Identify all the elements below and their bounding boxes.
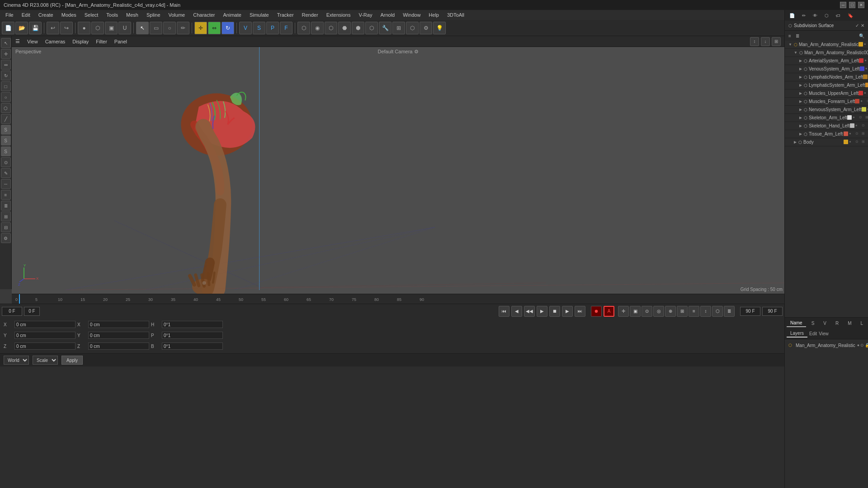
tree-collapse-all[interactable]: ≡ — [787, 33, 793, 38]
menu-render[interactable]: Render — [298, 11, 322, 19]
toolbar-points[interactable]: ● — [78, 22, 90, 34]
layer-lock-main[interactable]: 🔒 — [865, 343, 868, 347]
apply-button[interactable]: Apply — [61, 356, 83, 365]
tree-vis-root[interactable]: ● — [864, 42, 868, 47]
viewport-canvas[interactable]: Perspective Default Camera ⚙ Grid Spacin… — [12, 47, 784, 294]
toolbar-new[interactable]: 📄 — [2, 22, 14, 34]
panel-tab-tags[interactable]: 🏷 — [833, 12, 843, 19]
menu-character[interactable]: Character — [189, 11, 218, 19]
layers-tab-s[interactable]: S — [808, 320, 818, 327]
ctrl10[interactable]: ≣ — [724, 306, 735, 317]
coord-h-input[interactable] — [162, 321, 223, 328]
menu-vray[interactable]: V-Ray — [355, 11, 376, 19]
toolbar-select-rect[interactable]: ▭ — [150, 22, 162, 34]
tree-item-venous[interactable]: ▶ ⬡ VenousSystem_Arm_Left ●⊙⊞ — [785, 65, 868, 73]
toolbar-icon4[interactable]: ⬣ — [338, 22, 351, 34]
left-btn-l6[interactable]: ⚙ — [1, 233, 11, 243]
layers-subtab-layers[interactable]: Layers — [787, 330, 807, 338]
vp-icon-3[interactable]: ⊞ — [772, 37, 781, 46]
vp-icon-1[interactable]: ↕ — [750, 37, 759, 46]
maximize-button[interactable]: □ — [849, 2, 855, 8]
left-btn-box[interactable]: □ — [1, 81, 11, 91]
layer-render-main[interactable]: ⊙ — [860, 343, 864, 347]
close-button[interactable]: ✕ — [858, 2, 864, 8]
ctrl7[interactable]: ≡ — [689, 306, 699, 317]
left-btn-select[interactable]: ↖ — [1, 38, 11, 48]
end-frame-input[interactable] — [740, 307, 760, 316]
menu-modes[interactable]: Modes — [58, 11, 80, 19]
coord-z2-input[interactable] — [88, 343, 149, 350]
prev-play[interactable]: ◀◀ — [524, 306, 535, 317]
vp-menu-view[interactable]: View — [27, 39, 38, 44]
tree-item-001[interactable]: ▼ ⬡ Man_Arm_Anatomy_Realistic001 ● ⊞ — [785, 49, 868, 57]
menu-extensions[interactable]: Extensions — [323, 11, 354, 19]
menu-animate[interactable]: Animate — [220, 11, 245, 19]
menu-edit[interactable]: Edit — [18, 11, 34, 19]
toolbar-icon6[interactable]: ⬡ — [365, 22, 378, 34]
tree-item-forearm[interactable]: ▶ ⬡ Muscles_Forearm_Left ●⊙⊞ — [785, 98, 868, 106]
menu-file[interactable]: File — [2, 11, 17, 19]
menu-arnold[interactable]: Arnold — [377, 11, 398, 19]
left-btn-l2[interactable]: ≡ — [1, 190, 11, 200]
left-btn-s2[interactable]: S — [1, 136, 11, 145]
menu-volume[interactable]: Volume — [165, 11, 189, 19]
world-select[interactable]: World — [4, 356, 29, 365]
toolbar-icon9[interactable]: ⬡ — [406, 22, 419, 34]
left-btn-scale[interactable]: ⇔ — [1, 60, 11, 70]
next-frame[interactable]: ▶ — [562, 306, 573, 317]
play-to-start[interactable]: ⏮ — [499, 306, 509, 317]
total-frame-input[interactable] — [762, 307, 783, 316]
tree-item-skel-arm[interactable]: ▶ ⬡ Skeleton_Arm_Left ●⊙⊞ — [785, 114, 868, 122]
ctrl1[interactable]: ✛ — [618, 306, 629, 317]
toolbar-select-circle[interactable]: ○ — [163, 22, 176, 34]
menu-simulate[interactable]: Simulate — [246, 11, 273, 19]
play-pause[interactable]: ▶ — [537, 306, 547, 317]
scale-select[interactable]: Scale — [33, 356, 58, 365]
menu-spline[interactable]: Spline — [143, 11, 164, 19]
panel-tab-view[interactable]: 👁 — [810, 12, 820, 19]
tree-item-nervous[interactable]: ▶ ⬡ NervousSystem_Arm_Left ●⊙⊞ — [785, 106, 868, 114]
coord-p-input[interactable] — [162, 332, 223, 339]
toolbar-icon1[interactable]: ⬡ — [297, 22, 310, 34]
tree-item-arterial[interactable]: ▶ ⬡ ArterialSystem_Arm_Left ●⊙⊞ — [785, 57, 868, 65]
layer-vis-main[interactable]: ● — [857, 343, 859, 347]
coord-b-input[interactable] — [162, 343, 223, 350]
ctrl9[interactable]: ⬡ — [712, 306, 723, 317]
panel-tab-object[interactable]: ⬡ — [822, 12, 831, 19]
layers-tab-name[interactable]: Name — [787, 319, 806, 327]
menu-create[interactable]: Create — [35, 11, 57, 19]
record-btn[interactable]: ⏺ — [591, 306, 602, 317]
toolbar-icon3[interactable]: ⬡ — [325, 22, 337, 34]
toolbar-vray3[interactable]: P — [266, 22, 279, 34]
left-btn-paint[interactable]: ✎ — [1, 168, 11, 178]
coord-z1-input[interactable] — [14, 343, 75, 350]
layers-subtab-edit[interactable]: Edit — [809, 331, 817, 336]
toolbar-scale[interactable]: ⇔ — [208, 22, 221, 34]
panel-tab-edit[interactable]: ✏ — [799, 12, 808, 19]
toolbar-icon5[interactable]: ⬢ — [352, 22, 364, 34]
minimize-button[interactable]: ─ — [840, 2, 846, 8]
current-frame-input[interactable] — [24, 307, 40, 316]
tree-item-body[interactable]: ▶ ⬡ Body ●⊙⊞ — [785, 138, 868, 146]
vp-menu-display[interactable]: Display — [72, 39, 89, 44]
layer-item-main[interactable]: ⬡ Man_Arm_Anatomy_Realistic ● ⊙ 🔒 ⊞ — [787, 341, 866, 349]
coord-y2-input[interactable] — [88, 332, 149, 339]
start-frame-input[interactable] — [2, 307, 22, 316]
menu-window[interactable]: Window — [399, 11, 424, 19]
left-btn-s1[interactable]: S — [1, 125, 11, 135]
subdiv-x[interactable]: ✕ — [861, 23, 864, 28]
coord-x2-input[interactable] — [88, 321, 149, 328]
toolbar-undo[interactable]: ↩ — [47, 22, 59, 34]
vp-menu-cameras[interactable]: Cameras — [45, 39, 66, 44]
tree-expand-all[interactable]: ≣ — [794, 33, 801, 38]
left-btn-s3[interactable]: S — [1, 146, 11, 156]
coord-y1-input[interactable] — [14, 332, 75, 339]
menu-3dtoall[interactable]: 3DToAll — [443, 11, 468, 19]
ctrl2[interactable]: ▣ — [630, 306, 641, 317]
layers-tab-l[interactable]: L — [857, 320, 867, 327]
prev-frame[interactable]: ◀ — [511, 306, 522, 317]
toolbar-icon11[interactable]: 💡 — [433, 22, 446, 34]
left-btn-l1[interactable]: ─ — [1, 179, 11, 189]
left-btn-l4[interactable]: ⊞ — [1, 211, 11, 221]
ctrl6[interactable]: ⊞ — [677, 306, 688, 317]
